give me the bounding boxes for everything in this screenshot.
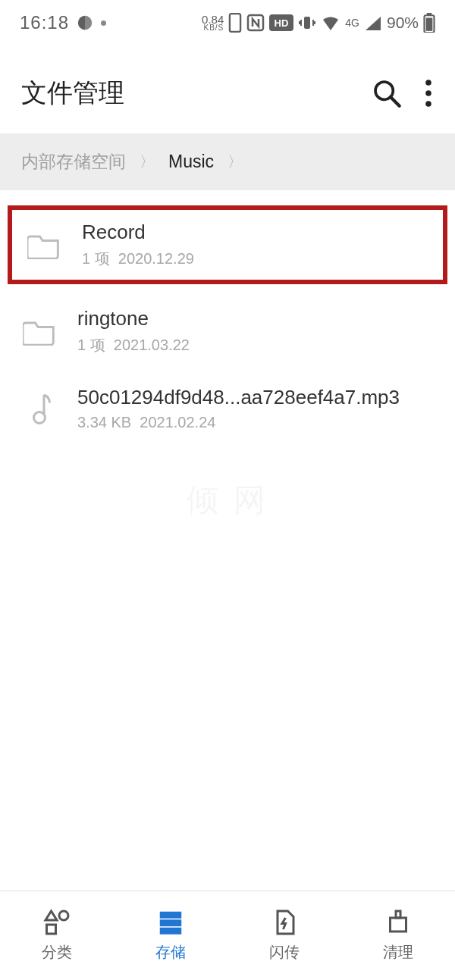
status-bar: 16:18 0.84 KB/S HD 4G 90% bbox=[0, 0, 455, 45]
svg-rect-16 bbox=[47, 925, 56, 934]
file-row-mp3[interactable]: 50c01294df9d48...aa728eef4a7.mp3 3.34 KB… bbox=[0, 371, 455, 446]
folder-icon bbox=[21, 317, 58, 346]
chevron-right-icon: 〉 bbox=[228, 152, 243, 172]
nav-flash[interactable]: 闪传 bbox=[228, 891, 341, 980]
svg-rect-8 bbox=[426, 18, 433, 31]
row-sub: 1 项 2021.03.22 bbox=[77, 335, 434, 355]
svg-line-10 bbox=[391, 97, 400, 106]
dot-icon bbox=[101, 20, 106, 26]
row-title: 50c01294df9d48...aa728eef4a7.mp3 bbox=[77, 386, 434, 409]
svg-rect-19 bbox=[161, 928, 181, 935]
row-sub: 1 项 2020.12.29 bbox=[82, 249, 429, 269]
music-note-icon bbox=[21, 393, 58, 424]
app-header: 文件管理 bbox=[0, 45, 455, 133]
search-icon[interactable] bbox=[372, 78, 402, 108]
crumb-current[interactable]: Music bbox=[168, 152, 214, 172]
watermark: 倾 网 bbox=[0, 479, 455, 521]
nav-label: 分类 bbox=[42, 942, 72, 963]
breadcrumb: 内部存储空间 〉 Music 〉 bbox=[0, 133, 455, 190]
row-body: 50c01294df9d48...aa728eef4a7.mp3 3.34 KB… bbox=[77, 386, 434, 431]
bottom-nav: 分类 存储 闪传 清理 bbox=[0, 891, 455, 980]
svg-rect-5 bbox=[304, 17, 310, 29]
svg-point-13 bbox=[425, 101, 431, 107]
status-left: 16:18 bbox=[20, 12, 106, 33]
flash-transfer-icon bbox=[271, 909, 298, 936]
nav-clean[interactable]: 清理 bbox=[341, 891, 455, 980]
svg-rect-18 bbox=[161, 920, 181, 926]
network-type: 4G bbox=[345, 17, 359, 29]
nav-category[interactable]: 分类 bbox=[0, 891, 114, 980]
svg-text:HD: HD bbox=[275, 17, 289, 29]
more-icon[interactable] bbox=[425, 79, 432, 108]
row-body: ringtone 1 项 2021.03.22 bbox=[77, 307, 434, 355]
storage-icon bbox=[157, 909, 184, 936]
wifi-icon bbox=[321, 15, 340, 30]
status-right: 0.84 KB/S HD 4G 90% bbox=[202, 13, 435, 33]
svg-rect-17 bbox=[161, 913, 181, 919]
svg-point-12 bbox=[425, 90, 431, 96]
signal-icon bbox=[364, 15, 382, 30]
nav-label: 存储 bbox=[155, 942, 186, 963]
folder-row-ringtone[interactable]: ringtone 1 项 2021.03.22 bbox=[0, 292, 455, 371]
network-speed: 0.84 KB/S bbox=[202, 14, 224, 32]
row-body: Record 1 项 2020.12.29 bbox=[82, 221, 429, 269]
row-sub: 3.34 KB 2021.02.24 bbox=[77, 414, 434, 431]
file-list: Record 1 项 2020.12.29 ringtone 1 项 2021.… bbox=[0, 190, 455, 446]
hd-badge-icon: HD bbox=[269, 14, 293, 31]
svg-point-15 bbox=[59, 911, 68, 920]
svg-rect-1 bbox=[230, 14, 240, 32]
svg-point-14 bbox=[34, 412, 46, 424]
nav-label: 清理 bbox=[383, 942, 413, 963]
vibrate-icon bbox=[298, 14, 316, 32]
battery-percent: 90% bbox=[387, 14, 419, 32]
row-title: ringtone bbox=[77, 307, 434, 330]
nfc-icon bbox=[246, 14, 265, 32]
nav-storage[interactable]: 存储 bbox=[114, 891, 228, 980]
crumb-root[interactable]: 内部存储空间 bbox=[21, 150, 126, 174]
chevron-right-icon: 〉 bbox=[140, 152, 155, 172]
battery-icon bbox=[423, 13, 435, 33]
nav-label: 闪传 bbox=[269, 942, 300, 963]
folder-row-record[interactable]: Record 1 项 2020.12.29 bbox=[8, 205, 447, 284]
page-title: 文件管理 bbox=[21, 76, 124, 111]
category-icon bbox=[43, 909, 71, 936]
broom-icon bbox=[384, 909, 412, 936]
globe-icon bbox=[77, 14, 93, 31]
status-time: 16:18 bbox=[20, 12, 69, 33]
header-actions bbox=[372, 78, 432, 108]
folder-icon bbox=[26, 230, 62, 259]
phone-icon bbox=[228, 13, 242, 33]
svg-point-11 bbox=[425, 80, 431, 86]
row-title: Record bbox=[82, 221, 429, 244]
